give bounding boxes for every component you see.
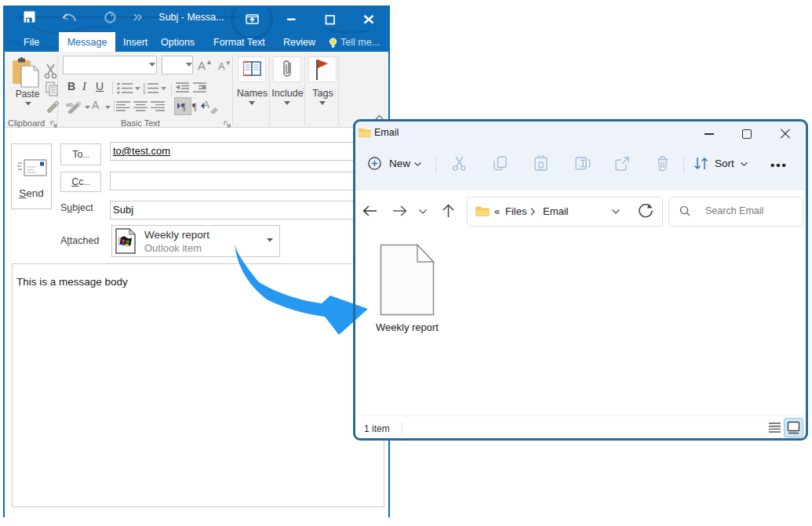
svg-text:¶: ¶ bbox=[181, 101, 186, 111]
svg-text:ab: ab bbox=[66, 101, 73, 108]
svg-text:¶: ¶ bbox=[192, 101, 197, 111]
svg-text:3: 3 bbox=[143, 90, 146, 94]
svg-text:A: A bbox=[203, 100, 209, 111]
